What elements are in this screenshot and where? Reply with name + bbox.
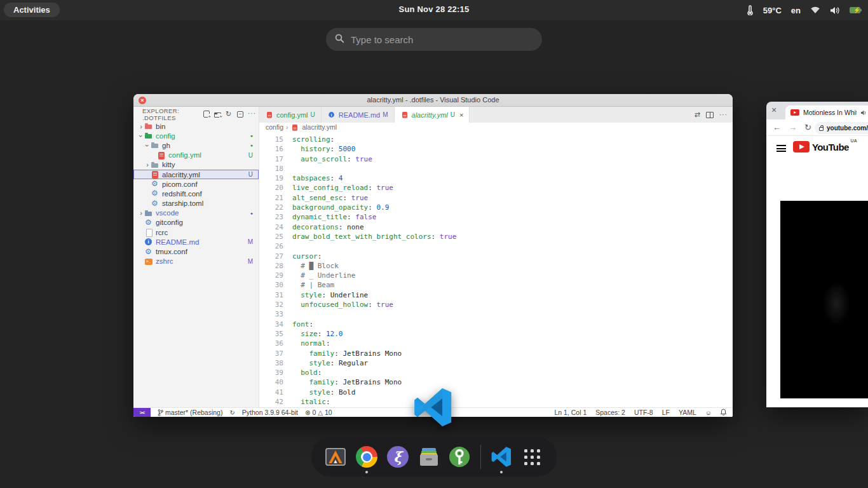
- feedback-icon[interactable]: ☺: [705, 409, 712, 416]
- code-line[interactable]: 19tabspaces: 4: [259, 173, 733, 183]
- split-editor-icon[interactable]: [706, 112, 714, 118]
- code-line[interactable]: 28 # █ Block: [259, 261, 733, 271]
- code-line[interactable]: 38 style: Regular: [259, 358, 733, 368]
- vscode-window-title: alacritty.yml - .dotfiles - Visual Studi…: [133, 96, 733, 104]
- code-line[interactable]: 17 auto_scroll: true: [259, 154, 733, 164]
- notifications-bell-icon[interactable]: [721, 409, 726, 417]
- emacs-app-icon[interactable]: ξ: [386, 445, 409, 469]
- code-line[interactable]: 16 history: 5000: [259, 144, 733, 154]
- code-line[interactable]: 36 normal:: [259, 339, 733, 348]
- status-item[interactable]: UTF-8: [634, 409, 653, 416]
- code-line[interactable]: 21alt_send_esc: true: [259, 193, 733, 203]
- chrome-close-button[interactable]: ×: [771, 105, 776, 115]
- code-line[interactable]: 34font:: [259, 320, 733, 329]
- collapse-all-icon[interactable]: −: [237, 111, 243, 118]
- app-grid-button[interactable]: [520, 445, 544, 469]
- back-button[interactable]: ←: [773, 123, 781, 132]
- forward-button[interactable]: →: [789, 123, 797, 132]
- code-line[interactable]: 37 family: JetBrains Mono: [259, 349, 733, 358]
- status-item[interactable]: LF: [662, 409, 670, 416]
- code-line[interactable]: 35 size: 12.0: [259, 329, 733, 339]
- tree-item-alacritty.yml[interactable]: alacritty.ymlU: [133, 170, 259, 179]
- system-tray[interactable]: 59°C en ⚡: [747, 0, 860, 20]
- vscode-titlebar[interactable]: × alacritty.yml - .dotfiles - Visual Stu…: [133, 94, 733, 107]
- tree-item-kitty[interactable]: ›kitty: [133, 160, 259, 170]
- code-line[interactable]: 33: [259, 309, 733, 319]
- breadcrumb-file[interactable]: alacritty.yml: [302, 123, 337, 131]
- tree-item-config.yml[interactable]: config.ymlU: [133, 151, 259, 160]
- new-folder-icon[interactable]: [214, 112, 221, 118]
- errors-count: 0: [312, 409, 316, 416]
- tree-item-bin[interactable]: ›bin: [133, 121, 259, 131]
- code-line[interactable]: 27cursor:: [259, 252, 733, 261]
- git-branch-status[interactable]: master* (Rebasing): [158, 409, 222, 416]
- tree-item-README.md[interactable]: README.mdM: [133, 237, 259, 247]
- clock[interactable]: Sun Nov 28 22:15: [0, 4, 868, 14]
- line-number: 26: [259, 241, 283, 251]
- browser-tab[interactable]: Motionless In White -: [785, 105, 868, 119]
- reload-button[interactable]: ↻: [804, 123, 811, 132]
- code-line[interactable]: 31 style: Underline: [259, 290, 733, 300]
- tab-README.md[interactable]: README.mdM: [322, 107, 395, 123]
- keyboard-layout-indicator[interactable]: en: [791, 6, 801, 15]
- gear-icon: [144, 248, 153, 256]
- vscode-app-icon[interactable]: [490, 445, 513, 469]
- status-item[interactable]: Ln 1, Col 1: [554, 409, 587, 416]
- tree-item-gitconfig[interactable]: gitconfig: [133, 218, 259, 227]
- tree-item-zshrc[interactable]: zshrcM: [133, 257, 259, 266]
- code-line[interactable]: 25draw_bold_text_with_bright_colors: tru…: [259, 232, 733, 241]
- tab-config.yml[interactable]: config.ymlU: [259, 107, 322, 123]
- line-number: 36: [259, 339, 283, 348]
- editor-more-actions-icon[interactable]: ···: [719, 111, 728, 118]
- files-app-icon[interactable]: [417, 445, 440, 469]
- code-line[interactable]: 22background_opacity: 0.9: [259, 203, 733, 212]
- tree-item-picom.conf[interactable]: picom.conf: [133, 179, 259, 189]
- status-item[interactable]: YAML: [679, 409, 696, 416]
- code-line[interactable]: 42 italic:: [259, 397, 733, 407]
- code-line[interactable]: 23dynamic_title: false: [259, 212, 733, 222]
- code-line[interactable]: 29 # _ Underline: [259, 271, 733, 280]
- tree-item-rcrc[interactable]: rcrc: [133, 227, 259, 237]
- code-line[interactable]: 26: [259, 241, 733, 251]
- open-changes-icon[interactable]: ⇄: [695, 111, 700, 119]
- remote-indicator[interactable]: ><: [133, 408, 151, 417]
- code-line[interactable]: 15scrolling:: [259, 135, 733, 144]
- code-editor[interactable]: 15scrolling:16 history: 500017 auto_scro…: [259, 132, 733, 407]
- tree-item-tmux.conf[interactable]: tmux.conf: [133, 247, 259, 256]
- status-item[interactable]: Spaces: 2: [595, 409, 625, 416]
- code-line[interactable]: 40 family: JetBrains Mono: [259, 377, 733, 387]
- problems-status[interactable]: ⊗ 0 △ 10: [305, 409, 332, 416]
- tree-item-config[interactable]: ›config●: [133, 131, 259, 140]
- youtube-logo[interactable]: YouTube UA: [793, 141, 849, 152]
- code-line[interactable]: 20live_config_reload: true: [259, 183, 733, 193]
- alacritty-app-icon[interactable]: [324, 445, 348, 469]
- tree-item-vscode[interactable]: ›vscode●: [133, 208, 259, 218]
- code-line[interactable]: 18: [259, 164, 733, 173]
- tree-item-starship.toml[interactable]: starship.toml: [133, 199, 259, 208]
- python-interpreter-status[interactable]: Python 3.9.9 64-bit: [242, 409, 298, 416]
- sync-icon[interactable]: ↻: [229, 409, 234, 416]
- line-number: 39: [259, 368, 283, 377]
- hamburger-menu-icon[interactable]: [776, 145, 786, 152]
- code-line[interactable]: 30 # | Beam: [259, 280, 733, 290]
- overview-search[interactable]: [326, 28, 542, 51]
- breadcrumb[interactable]: config › alacritty.yml: [259, 123, 733, 132]
- tree-item-gh[interactable]: ›gh●: [133, 140, 259, 150]
- tree-item-redshift.conf[interactable]: redshift.conf: [133, 189, 259, 198]
- chrome-app-icon[interactable]: [355, 445, 379, 469]
- more-actions-icon[interactable]: ···: [248, 111, 255, 118]
- line-number: 34: [259, 320, 283, 329]
- video-player[interactable]: [780, 201, 868, 398]
- tab-close-icon[interactable]: ×: [459, 111, 463, 119]
- code-line[interactable]: 32 unfocused_hollow: true: [259, 300, 733, 309]
- keepassxc-app-icon[interactable]: [448, 445, 471, 469]
- search-input[interactable]: [351, 34, 533, 45]
- breadcrumb-folder[interactable]: config: [266, 123, 283, 131]
- refresh-icon[interactable]: ↻: [226, 111, 233, 118]
- address-bar[interactable]: youtube.com/wa: [815, 122, 868, 134]
- code-line[interactable]: 41 style: Bold: [259, 388, 733, 397]
- tab-alacritty.yml[interactable]: alacritty.ymlU×: [395, 107, 470, 123]
- code-line[interactable]: 39 bold:: [259, 368, 733, 377]
- code-line[interactable]: 24decorations: none: [259, 222, 733, 232]
- new-file-icon[interactable]: [203, 111, 210, 118]
